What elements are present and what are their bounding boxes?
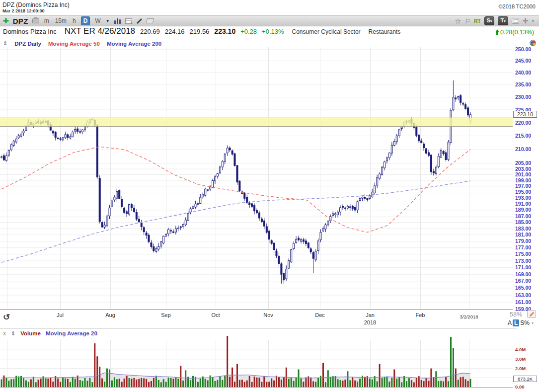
svg-text:2018: 2018 — [364, 319, 376, 325]
svg-text:167.00: 167.00 — [515, 278, 531, 284]
timeframe-hour[interactable]: h — [72, 17, 77, 24]
refresh-history-icon[interactable]: ↺ — [1, 312, 12, 323]
volume-ma-label[interactable]: Moving Average 20 — [46, 330, 97, 336]
svg-text:187.00: 187.00 — [515, 213, 531, 219]
svg-text:169.00: 169.00 — [515, 271, 531, 277]
svg-text:203.00: 203.00 — [515, 166, 531, 172]
svg-text:3.0M: 3.0M — [515, 356, 526, 362]
pane-options-icon[interactable]: ▾ — [532, 18, 534, 23]
chart-title: DPZ (Dominos Pizza Inc) — [2, 1, 70, 8]
pane-resize-icon[interactable]: ⇕ — [3, 40, 7, 47]
open-value: 220.69 — [140, 28, 160, 35]
volume-axis-labels: 4.0M3.0M2.0M1.0M0.00 — [515, 347, 526, 390]
svg-text:179.00: 179.00 — [515, 238, 531, 244]
svg-text:Jan: Jan — [366, 312, 375, 318]
zoom-percent[interactable]: 58% — [510, 311, 522, 318]
svg-text:199.00: 199.00 — [515, 177, 531, 183]
svg-text:245.00: 245.00 — [515, 58, 531, 64]
sector-link[interactable]: Consumer Cyclical Sector — [292, 28, 361, 35]
pane-resize-icon[interactable]: ⇕ — [11, 330, 15, 337]
svg-text:2.0M: 2.0M — [515, 366, 526, 371]
ma50-line[interactable] — [1, 147, 470, 233]
svg-text:191.00: 191.00 — [515, 201, 531, 207]
timeframe-minute[interactable]: m — [43, 17, 50, 24]
low-value: 219.56 — [190, 28, 210, 35]
sound-alerts-button[interactable]: S▾ — [484, 16, 495, 25]
timeframe-weekly[interactable]: W — [94, 17, 101, 24]
tc2000-window: JunJulAugSepOctNovDecJan2018Feb3/2/20182… — [0, 0, 539, 392]
legend-ma200-label[interactable]: Moving Average 200 — [107, 41, 161, 47]
notes-icon[interactable] — [146, 18, 154, 23]
svg-text:183.00: 183.00 — [515, 226, 531, 232]
industry-link[interactable]: Restaurants — [369, 28, 401, 35]
svg-text:Nov: Nov — [263, 312, 273, 318]
last-price-value: 223.10 — [214, 27, 235, 35]
up-arrow-icon — [495, 29, 499, 32]
scale-percent-button[interactable]: S% — [520, 319, 530, 326]
svg-text:250.00: 250.00 — [515, 46, 531, 52]
window-header: DPZ (Dominos Pizza Inc) Mar 2 2018 12:00… — [0, 0, 539, 15]
svg-text:195.00: 195.00 — [515, 189, 531, 195]
svg-text:165.00: 165.00 — [515, 285, 531, 291]
quick-chart-icon[interactable] — [530, 40, 536, 46]
move-pane-icon[interactable]: ✛ — [523, 17, 529, 24]
scale-selector: A L S% ▾ — [508, 319, 534, 326]
svg-text:Aug: Aug — [105, 312, 115, 318]
svg-text:177.00: 177.00 — [515, 244, 531, 250]
svg-text:171.00: 171.00 — [515, 264, 531, 270]
svg-text:163.00: 163.00 — [515, 292, 531, 298]
print-icon[interactable] — [32, 18, 39, 23]
timeframe-daily[interactable]: D — [81, 16, 90, 25]
svg-text:230.00: 230.00 — [515, 94, 531, 100]
svg-text:3/2/2018: 3/2/2018 — [460, 314, 478, 319]
svg-text:Jul: Jul — [57, 312, 64, 318]
last-price-box: 223.10 — [513, 111, 537, 118]
chart-type-icon[interactable] — [114, 18, 121, 24]
price-axis-labels: 250.00245.00240.00235.00230.00225.00220.… — [515, 46, 531, 313]
scale-log-button[interactable]: L — [513, 319, 519, 326]
close-pane-icon[interactable]: x — [3, 330, 6, 337]
svg-text:0.00: 0.00 — [515, 384, 525, 390]
change-summary: 0.28(0.13%) — [495, 29, 536, 36]
svg-text:Sep: Sep — [161, 312, 171, 318]
svg-text:189.00: 189.00 — [515, 207, 531, 213]
svg-text:175.00: 175.00 — [515, 251, 531, 257]
timeframe-15min[interactable]: 15m — [54, 17, 68, 24]
volume-series-label[interactable]: Volume — [20, 330, 41, 336]
edit-scale-icon[interactable] — [527, 310, 536, 318]
toolbar-right-group: ☆ ⚐ RT S▾ T▾ ✛ ▾ — [455, 16, 536, 25]
high-value: 224.16 — [165, 28, 185, 35]
support-zone[interactable] — [0, 118, 513, 127]
legend-ma50-label[interactable]: Moving Average 50 — [48, 41, 100, 47]
svg-text:215.00: 215.00 — [515, 133, 531, 139]
svg-text:220.00: 220.00 — [515, 120, 531, 126]
scale-options-icon[interactable]: ▾ — [532, 321, 534, 325]
svg-text:193.00: 193.00 — [515, 195, 531, 201]
svg-text:161.00: 161.00 — [515, 299, 531, 305]
add-symbol-icon[interactable]: ✚ — [3, 17, 9, 25]
svg-text:Oct: Oct — [211, 312, 220, 318]
copyright-label: ©2018 TC2000 — [498, 3, 536, 9]
chart-timestamp: Mar 2 2018 12:00:00 — [2, 8, 45, 13]
company-name: Dominos Pizza Inc — [3, 28, 57, 35]
ma200-line[interactable] — [1, 181, 470, 262]
change-summary-value: 0.28(0.13%) — [500, 29, 534, 36]
svg-text:173.00: 173.00 — [515, 258, 531, 264]
timeframe-dropdown-icon[interactable]: ▼ — [106, 19, 110, 23]
scale-arithmetic-button[interactable]: A — [508, 319, 512, 326]
flag-icon[interactable]: ⚐ — [465, 18, 471, 24]
trade-button[interactable]: T▾ — [498, 16, 508, 25]
svg-text:210.00: 210.00 — [515, 146, 531, 152]
favorite-star-icon[interactable]: ☆ — [455, 17, 461, 25]
candles-layer[interactable] — [1, 80, 471, 284]
svg-text:201.00: 201.00 — [515, 171, 531, 177]
volume-legend: x ⇕ Volume Moving Average 20 — [3, 330, 97, 337]
change-pct-value: +0.13% — [262, 28, 284, 35]
drawing-tool-icon[interactable] — [136, 18, 142, 23]
symbol-label[interactable]: DPZ — [13, 17, 28, 25]
svg-text:235.00: 235.00 — [515, 81, 531, 87]
layout-save-icon[interactable] — [512, 18, 519, 24]
month-labels: JunJulAugSepOctNovDecJan2018Feb3/2/2018 — [2, 312, 478, 325]
add-indicator-icon[interactable] — [125, 18, 132, 24]
legend-series-label[interactable]: DPZ Daily — [14, 41, 41, 47]
